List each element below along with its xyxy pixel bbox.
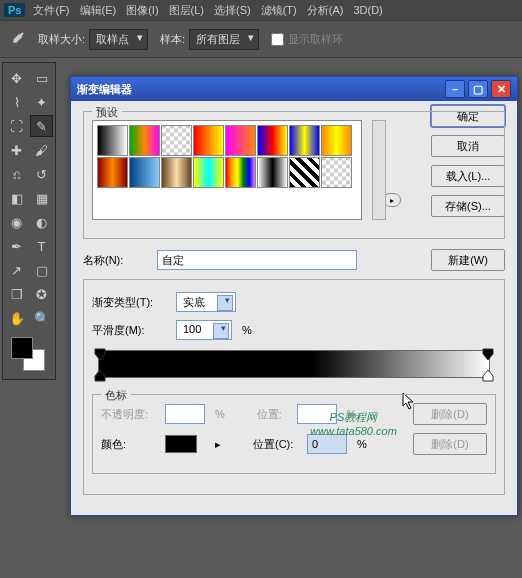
preset-swatch[interactable] xyxy=(97,125,128,156)
smooth-pct: % xyxy=(242,324,252,336)
menu-bar: Ps 文件(F) 编辑(E) 图像(I) 图层(L) 选择(S) 滤镜(T) 分… xyxy=(0,0,522,20)
name-input[interactable] xyxy=(157,250,357,270)
color-flyout-icon[interactable]: ▸ xyxy=(215,438,221,451)
gradient-editor-dialog: 渐变编辑器 – ▢ ✕ 确定 取消 载入(L)... 存储(S)... ▸ 预设 xyxy=(70,76,518,516)
delete-opacity-button: 删除(D) xyxy=(413,403,487,425)
show-ring-label: 显示取样环 xyxy=(288,32,343,47)
color-pos-label: 位置(C): xyxy=(253,437,301,452)
tool-3d[interactable]: ❒ xyxy=(5,283,28,305)
tool-marquee[interactable]: ▭ xyxy=(30,67,53,89)
tool-hand[interactable]: ✋ xyxy=(5,307,28,329)
opacity-stop-right[interactable] xyxy=(482,348,494,360)
preset-swatch[interactable] xyxy=(193,125,224,156)
minimize-button[interactable]: – xyxy=(445,80,465,98)
opacity-pos-input xyxy=(297,404,337,424)
toolbox: ✥▭ ⌇✦ ⛶✎ ✚🖌 ⎌↺ ◧▦ ◉◐ ✒T ↗▢ ❒✪ ✋🔍 xyxy=(2,62,56,380)
preset-swatch[interactable] xyxy=(129,125,160,156)
color-stop-right[interactable] xyxy=(482,370,494,382)
tool-zoom[interactable]: 🔍 xyxy=(30,307,53,329)
color-chip[interactable] xyxy=(165,435,197,453)
tool-dodge[interactable]: ◐ xyxy=(30,211,53,233)
preset-swatch[interactable] xyxy=(321,157,352,188)
preset-scrollbar[interactable] xyxy=(372,120,386,220)
stops-legend: 色标 xyxy=(101,388,131,403)
gradient-editor-bar[interactable] xyxy=(92,350,496,378)
options-bar: 取样大小: 取样点 样本: 所有图层 显示取样环 xyxy=(0,20,522,58)
color-pos-input[interactable] xyxy=(307,434,347,454)
tool-stamp[interactable]: ⎌ xyxy=(5,163,28,185)
opacity-input xyxy=(165,404,205,424)
menu-file[interactable]: 文件(F) xyxy=(33,3,69,18)
tool-path[interactable]: ↗ xyxy=(5,259,28,281)
preset-legend: 预设 xyxy=(92,105,122,120)
opacity-stop-left[interactable] xyxy=(94,348,106,360)
opacity-label: 不透明度: xyxy=(101,407,159,422)
color-stop-left[interactable] xyxy=(94,370,106,382)
close-button[interactable]: ✕ xyxy=(491,80,511,98)
preset-swatch[interactable] xyxy=(289,125,320,156)
preset-swatch[interactable] xyxy=(321,125,352,156)
type-label: 渐变类型(T): xyxy=(92,295,170,310)
preset-swatch[interactable] xyxy=(129,157,160,188)
gradient-preview[interactable] xyxy=(98,350,490,378)
preset-swatch[interactable] xyxy=(225,157,256,188)
sample-size-label: 取样大小: xyxy=(38,32,85,47)
opacity-pos-label: 位置: xyxy=(257,407,291,422)
menu-3d[interactable]: 3D(D) xyxy=(353,4,382,16)
fg-color-swatch[interactable] xyxy=(11,337,33,359)
dialog-titlebar[interactable]: 渐变编辑器 – ▢ ✕ xyxy=(71,77,517,101)
color-swatches[interactable] xyxy=(5,335,53,375)
name-label: 名称(N): xyxy=(83,253,151,268)
menu-edit[interactable]: 编辑(E) xyxy=(80,3,117,18)
smooth-input[interactable]: 100 xyxy=(176,320,232,340)
tool-history[interactable]: ↺ xyxy=(30,163,53,185)
tool-gradient[interactable]: ▦ xyxy=(30,187,53,209)
tool-wand[interactable]: ✦ xyxy=(30,91,53,113)
tool-eyedropper[interactable]: ✎ xyxy=(30,115,53,137)
preset-grid[interactable] xyxy=(92,120,362,220)
menu-select[interactable]: 选择(S) xyxy=(214,3,251,18)
type-select[interactable]: 实底 xyxy=(176,292,236,312)
menu-analysis[interactable]: 分析(A) xyxy=(307,3,344,18)
tool-pen[interactable]: ✒ xyxy=(5,235,28,257)
tool-3dcam[interactable]: ✪ xyxy=(30,283,53,305)
menu-layer[interactable]: 图层(L) xyxy=(169,3,204,18)
app-logo: Ps xyxy=(4,3,25,17)
delete-color-button: 删除(D) xyxy=(413,433,487,455)
sample-label: 样本: xyxy=(160,32,185,47)
show-ring-checkbox[interactable] xyxy=(271,33,284,46)
preset-swatch[interactable] xyxy=(257,125,288,156)
preset-swatch[interactable] xyxy=(193,157,224,188)
tool-type[interactable]: T xyxy=(30,235,53,257)
maximize-button[interactable]: ▢ xyxy=(468,80,488,98)
color-label: 颜色: xyxy=(101,437,159,452)
dialog-title: 渐变编辑器 xyxy=(77,82,132,97)
tool-heal[interactable]: ✚ xyxy=(5,139,28,161)
opacity-pct: % xyxy=(215,408,225,420)
tool-shape[interactable]: ▢ xyxy=(30,259,53,281)
eyedropper-icon xyxy=(8,30,26,48)
tool-move[interactable]: ✥ xyxy=(5,67,28,89)
preset-swatch[interactable] xyxy=(161,157,192,188)
menu-filter[interactable]: 滤镜(T) xyxy=(261,3,297,18)
preset-swatch[interactable] xyxy=(161,125,192,156)
preset-swatch[interactable] xyxy=(257,157,288,188)
tool-lasso[interactable]: ⌇ xyxy=(5,91,28,113)
tool-crop[interactable]: ⛶ xyxy=(5,115,28,137)
preset-swatch[interactable] xyxy=(289,157,320,188)
tool-eraser[interactable]: ◧ xyxy=(5,187,28,209)
menu-image[interactable]: 图像(I) xyxy=(126,3,158,18)
preset-swatch[interactable] xyxy=(97,157,128,188)
smooth-label: 平滑度(M): xyxy=(92,323,170,338)
preset-swatch[interactable] xyxy=(225,125,256,156)
tool-brush[interactable]: 🖌 xyxy=(30,139,53,161)
sample-size-select[interactable]: 取样点 xyxy=(89,29,148,50)
new-button[interactable]: 新建(W) xyxy=(431,249,505,271)
sample-select[interactable]: 所有图层 xyxy=(189,29,259,50)
tool-blur[interactable]: ◉ xyxy=(5,211,28,233)
